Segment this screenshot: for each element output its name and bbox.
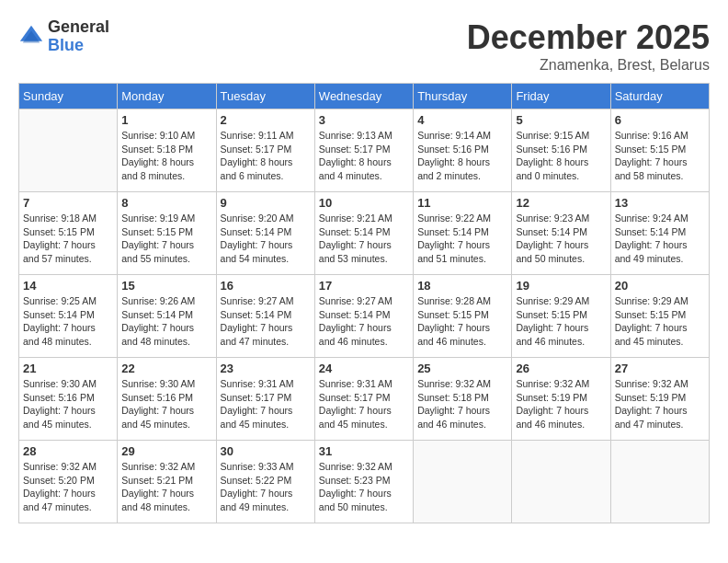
day-number: 10 — [319, 196, 409, 210]
logo-general: General — [48, 18, 109, 37]
day-number: 11 — [417, 196, 507, 210]
day-info: Sunrise: 9:15 AMSunset: 5:16 PMDaylight:… — [516, 129, 606, 183]
day-number: 5 — [516, 113, 606, 127]
calendar-cell: 13Sunrise: 9:24 AMSunset: 5:14 PMDayligh… — [610, 192, 709, 275]
logo: General Blue — [18, 18, 109, 55]
calendar-cell: 21Sunrise: 9:30 AMSunset: 5:16 PMDayligh… — [19, 358, 118, 441]
day-info: Sunrise: 9:27 AMSunset: 5:14 PMDaylight:… — [221, 294, 311, 349]
day-info: Sunrise: 9:13 AMSunset: 5:17 PMDaylight:… — [319, 129, 409, 183]
calendar-cell: 24Sunrise: 9:31 AMSunset: 5:17 PMDayligh… — [314, 358, 413, 441]
day-info: Sunrise: 9:32 AMSunset: 5:19 PMDaylight:… — [516, 377, 606, 431]
calendar-cell: 26Sunrise: 9:32 AMSunset: 5:19 PMDayligh… — [512, 358, 610, 441]
calendar-cell: 17Sunrise: 9:27 AMSunset: 5:14 PMDayligh… — [314, 275, 413, 358]
day-number: 2 — [221, 113, 311, 127]
day-number: 6 — [615, 113, 705, 127]
day-info: Sunrise: 9:21 AMSunset: 5:14 PMDaylight:… — [319, 212, 409, 266]
calendar-week-row: 28Sunrise: 9:32 AMSunset: 5:20 PMDayligh… — [19, 441, 710, 523]
day-number: 15 — [121, 279, 211, 293]
day-info: Sunrise: 9:32 AMSunset: 5:19 PMDaylight:… — [615, 377, 705, 431]
day-info: Sunrise: 9:10 AMSunset: 5:18 PMDaylight:… — [121, 129, 211, 183]
weekday-header: Tuesday — [216, 84, 314, 109]
day-info: Sunrise: 9:16 AMSunset: 5:15 PMDaylight:… — [615, 129, 705, 183]
day-number: 29 — [121, 444, 211, 458]
logo-icon — [18, 24, 44, 50]
day-number: 18 — [417, 279, 507, 293]
calendar-week-row: 14Sunrise: 9:25 AMSunset: 5:14 PMDayligh… — [19, 275, 710, 358]
day-info: Sunrise: 9:29 AMSunset: 5:15 PMDaylight:… — [516, 294, 606, 349]
weekday-header: Saturday — [610, 84, 709, 109]
day-info: Sunrise: 9:28 AMSunset: 5:15 PMDaylight:… — [417, 294, 507, 349]
day-info: Sunrise: 9:32 AMSunset: 5:23 PMDaylight:… — [319, 460, 409, 514]
calendar-cell: 28Sunrise: 9:32 AMSunset: 5:20 PMDayligh… — [19, 441, 118, 523]
day-info: Sunrise: 9:32 AMSunset: 5:21 PMDaylight:… — [121, 460, 211, 514]
day-number: 31 — [319, 444, 409, 458]
day-info: Sunrise: 9:32 AMSunset: 5:18 PMDaylight:… — [417, 377, 507, 431]
day-info: Sunrise: 9:19 AMSunset: 5:15 PMDaylight:… — [121, 212, 211, 266]
day-info: Sunrise: 9:27 AMSunset: 5:14 PMDaylight:… — [319, 294, 409, 349]
calendar-week-row: 1Sunrise: 9:10 AMSunset: 5:18 PMDaylight… — [19, 109, 710, 192]
weekday-header: Wednesday — [314, 84, 413, 109]
location: Znamenka, Brest, Belarus — [467, 57, 710, 74]
day-number: 9 — [221, 196, 311, 210]
day-number: 24 — [319, 362, 409, 375]
day-number: 16 — [221, 279, 311, 293]
day-info: Sunrise: 9:31 AMSunset: 5:17 PMDaylight:… — [221, 377, 311, 431]
day-number: 20 — [615, 279, 705, 293]
logo-blue: Blue — [48, 37, 109, 55]
day-number: 26 — [516, 362, 606, 375]
calendar-week-row: 7Sunrise: 9:18 AMSunset: 5:15 PMDaylight… — [19, 192, 710, 275]
calendar-cell: 22Sunrise: 9:30 AMSunset: 5:16 PMDayligh… — [118, 358, 216, 441]
day-info: Sunrise: 9:18 AMSunset: 5:15 PMDaylight:… — [23, 212, 113, 266]
day-number: 7 — [23, 196, 113, 210]
day-number: 22 — [121, 362, 211, 375]
calendar-cell: 9Sunrise: 9:20 AMSunset: 5:14 PMDaylight… — [216, 192, 314, 275]
calendar-cell — [512, 441, 610, 523]
day-number: 14 — [23, 279, 113, 293]
day-info: Sunrise: 9:29 AMSunset: 5:15 PMDaylight:… — [615, 294, 705, 349]
calendar-cell — [414, 441, 512, 523]
calendar-cell: 12Sunrise: 9:23 AMSunset: 5:14 PMDayligh… — [512, 192, 610, 275]
day-number: 23 — [221, 362, 311, 375]
day-number: 21 — [23, 362, 113, 375]
day-number: 4 — [417, 113, 507, 127]
calendar-cell: 8Sunrise: 9:19 AMSunset: 5:15 PMDaylight… — [118, 192, 216, 275]
day-number: 19 — [516, 279, 606, 293]
calendar-cell: 18Sunrise: 9:28 AMSunset: 5:15 PMDayligh… — [414, 275, 512, 358]
calendar-cell: 31Sunrise: 9:32 AMSunset: 5:23 PMDayligh… — [314, 441, 413, 523]
calendar-cell: 6Sunrise: 9:16 AMSunset: 5:15 PMDaylight… — [610, 109, 709, 192]
calendar-cell: 20Sunrise: 9:29 AMSunset: 5:15 PMDayligh… — [610, 275, 709, 358]
day-number: 30 — [221, 444, 311, 458]
day-number: 1 — [121, 113, 211, 127]
day-number: 28 — [23, 444, 113, 458]
calendar-cell: 19Sunrise: 9:29 AMSunset: 5:15 PMDayligh… — [512, 275, 610, 358]
calendar-cell: 14Sunrise: 9:25 AMSunset: 5:14 PMDayligh… — [19, 275, 118, 358]
calendar: SundayMondayTuesdayWednesdayThursdayFrid… — [18, 83, 710, 523]
calendar-cell: 23Sunrise: 9:31 AMSunset: 5:17 PMDayligh… — [216, 358, 314, 441]
calendar-cell: 16Sunrise: 9:27 AMSunset: 5:14 PMDayligh… — [216, 275, 314, 358]
day-info: Sunrise: 9:23 AMSunset: 5:14 PMDaylight:… — [516, 212, 606, 266]
day-info: Sunrise: 9:33 AMSunset: 5:22 PMDaylight:… — [221, 460, 311, 514]
calendar-cell: 1Sunrise: 9:10 AMSunset: 5:18 PMDaylight… — [118, 109, 216, 192]
day-info: Sunrise: 9:32 AMSunset: 5:20 PMDaylight:… — [23, 460, 113, 514]
weekday-header: Sunday — [19, 84, 118, 109]
day-number: 27 — [615, 362, 705, 375]
calendar-cell — [19, 109, 118, 192]
day-number: 3 — [319, 113, 409, 127]
calendar-cell: 2Sunrise: 9:11 AMSunset: 5:17 PMDaylight… — [216, 109, 314, 192]
calendar-cell: 3Sunrise: 9:13 AMSunset: 5:17 PMDaylight… — [314, 109, 413, 192]
day-number: 12 — [516, 196, 606, 210]
calendar-week-row: 21Sunrise: 9:30 AMSunset: 5:16 PMDayligh… — [19, 358, 710, 441]
day-number: 13 — [615, 196, 705, 210]
calendar-cell: 27Sunrise: 9:32 AMSunset: 5:19 PMDayligh… — [610, 358, 709, 441]
day-info: Sunrise: 9:14 AMSunset: 5:16 PMDaylight:… — [417, 129, 507, 183]
logo-text: General Blue — [48, 18, 109, 55]
calendar-cell: 4Sunrise: 9:14 AMSunset: 5:16 PMDaylight… — [414, 109, 512, 192]
month-title: December 2025 — [467, 18, 710, 57]
calendar-cell: 10Sunrise: 9:21 AMSunset: 5:14 PMDayligh… — [314, 192, 413, 275]
weekday-header: Monday — [118, 84, 216, 109]
day-info: Sunrise: 9:31 AMSunset: 5:17 PMDaylight:… — [319, 377, 409, 431]
weekday-header-row: SundayMondayTuesdayWednesdayThursdayFrid… — [19, 84, 710, 109]
calendar-cell: 15Sunrise: 9:26 AMSunset: 5:14 PMDayligh… — [118, 275, 216, 358]
weekday-header: Friday — [512, 84, 610, 109]
calendar-cell: 25Sunrise: 9:32 AMSunset: 5:18 PMDayligh… — [414, 358, 512, 441]
